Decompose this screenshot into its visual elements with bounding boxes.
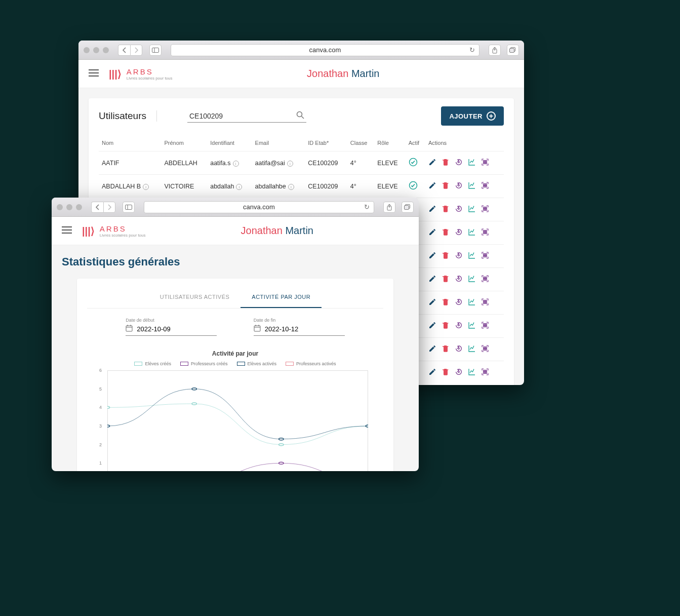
svg-point-98	[279, 444, 284, 446]
tab-activity-per-day[interactable]: ACTIVITÉ PAR JOUR	[241, 287, 322, 308]
max-dot[interactable]	[76, 204, 82, 210]
tabs-button[interactable]	[507, 45, 519, 56]
info-icon[interactable]: i	[233, 161, 239, 167]
sidebar-toggle[interactable]	[123, 202, 135, 213]
qr-icon[interactable]	[481, 228, 489, 238]
reset-password-icon[interactable]	[455, 158, 463, 168]
reset-password-icon[interactable]	[455, 298, 463, 307]
menu-icon[interactable]	[62, 226, 72, 236]
back-button[interactable]	[118, 45, 130, 56]
share-button[interactable]	[383, 202, 395, 213]
stats-icon[interactable]	[468, 158, 476, 168]
stats-icon[interactable]	[468, 275, 476, 284]
delete-icon[interactable]	[442, 251, 450, 261]
edit-icon[interactable]	[428, 251, 436, 261]
min-dot[interactable]	[66, 204, 72, 210]
reload-icon[interactable]: ↻	[364, 203, 370, 211]
qr-icon[interactable]	[481, 298, 489, 307]
traffic-lights[interactable]	[84, 47, 109, 53]
qr-icon[interactable]	[481, 321, 489, 331]
cell-actif	[406, 175, 425, 198]
reset-password-icon[interactable]	[455, 181, 463, 191]
stats-icon[interactable]	[468, 228, 476, 238]
url-bar[interactable]: canva.com ↻	[144, 201, 374, 213]
edit-icon[interactable]	[428, 158, 436, 168]
delete-icon[interactable]	[442, 298, 450, 307]
url-bar[interactable]: canva.com ↻	[171, 44, 479, 56]
close-dot[interactable]	[57, 204, 63, 210]
back-button[interactable]	[91, 202, 103, 213]
share-button[interactable]	[489, 45, 501, 56]
edit-icon[interactable]	[428, 321, 436, 331]
reload-icon[interactable]: ↻	[469, 46, 475, 54]
edit-icon[interactable]	[428, 275, 436, 284]
forward-button[interactable]	[103, 202, 115, 213]
qr-icon[interactable]	[481, 205, 489, 214]
delete-icon[interactable]	[442, 181, 450, 191]
info-icon[interactable]: i	[287, 161, 293, 167]
delete-icon[interactable]	[442, 158, 450, 168]
date-end-field[interactable]: Date de fin 2022-10-12	[254, 318, 345, 336]
sidebar-toggle[interactable]	[149, 45, 162, 56]
qr-icon[interactable]	[481, 181, 489, 191]
tab-users-activated[interactable]: UTILISATEURS ACTIVÉS	[149, 287, 241, 308]
svg-point-102	[279, 462, 284, 464]
delete-icon[interactable]	[442, 275, 450, 284]
calendar-icon[interactable]	[126, 325, 133, 333]
search-input[interactable]	[189, 112, 296, 120]
menu-icon[interactable]	[89, 69, 99, 79]
stats-icon[interactable]	[468, 251, 476, 261]
svg-rect-43	[484, 256, 485, 257]
delete-icon[interactable]	[442, 205, 450, 214]
traffic-lights[interactable]	[57, 204, 82, 210]
reset-password-icon[interactable]	[455, 228, 463, 238]
stats-icon[interactable]	[468, 344, 476, 354]
forward-button[interactable]	[130, 45, 142, 56]
date-start-field[interactable]: Date de début 2022-10-09	[126, 318, 217, 336]
close-dot[interactable]	[84, 47, 90, 53]
svg-rect-30	[486, 209, 487, 211]
edit-icon[interactable]	[428, 228, 436, 238]
delete-icon[interactable]	[442, 368, 450, 377]
stats-icon[interactable]	[468, 205, 476, 214]
stats-icon[interactable]	[468, 368, 476, 377]
max-dot[interactable]	[103, 47, 109, 53]
qr-icon[interactable]	[481, 344, 489, 354]
svg-rect-65	[486, 326, 487, 327]
edit-icon[interactable]	[428, 181, 436, 191]
info-icon[interactable]: i	[143, 184, 149, 190]
edit-icon[interactable]	[428, 298, 436, 307]
qr-icon[interactable]	[481, 158, 489, 168]
qr-icon[interactable]	[481, 251, 489, 261]
qr-icon[interactable]	[481, 275, 489, 284]
qr-icon[interactable]	[481, 368, 489, 377]
edit-icon[interactable]	[428, 344, 436, 354]
reset-password-icon[interactable]	[455, 344, 463, 354]
stats-icon[interactable]	[468, 181, 476, 191]
reset-password-icon[interactable]	[455, 275, 463, 284]
tabs-button[interactable]	[402, 202, 414, 213]
info-icon[interactable]: i	[236, 184, 242, 190]
delete-icon[interactable]	[442, 321, 450, 331]
stats-icon[interactable]	[468, 321, 476, 331]
reset-password-icon[interactable]	[455, 205, 463, 214]
brand-logo[interactable]: |||⟩ ARBS Livres scolaires pour tous	[109, 67, 173, 81]
search-field[interactable]	[187, 110, 306, 123]
add-user-button[interactable]: AJOUTER +	[441, 106, 504, 126]
search-icon[interactable]	[296, 111, 304, 121]
calendar-icon[interactable]	[254, 325, 261, 333]
reset-password-icon[interactable]	[455, 368, 463, 377]
min-dot[interactable]	[93, 47, 99, 53]
stats-icon[interactable]	[468, 298, 476, 307]
delete-icon[interactable]	[442, 228, 450, 238]
edit-icon[interactable]	[428, 205, 436, 214]
edit-icon[interactable]	[428, 368, 436, 377]
info-icon[interactable]: i	[288, 184, 294, 190]
svg-rect-29	[484, 209, 485, 211]
brand-logo[interactable]: |||⟩ ARBS Livres scolaires pour tous	[82, 224, 146, 238]
reset-password-icon[interactable]	[455, 321, 463, 331]
cell-actions	[425, 338, 504, 361]
delete-icon[interactable]	[442, 344, 450, 354]
svg-rect-42	[486, 254, 487, 255]
reset-password-icon[interactable]	[455, 251, 463, 261]
